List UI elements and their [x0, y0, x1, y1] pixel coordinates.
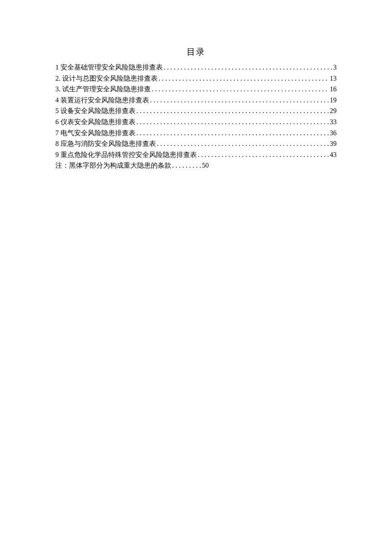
- toc-entry-page: 36: [330, 128, 337, 139]
- toc-entry: 3. 试生产管理安全风险隐患排查 16: [55, 84, 337, 95]
- toc-entry: 2. 设计与总图安全风险隐患排查表 13: [55, 73, 337, 84]
- document-page: 目录 1 安全基础管理安全风险隐患排查表 3 2. 设计与总图安全风险隐患排查表…: [0, 0, 392, 171]
- toc-entry: 1 安全基础管理安全风险隐患排查表 3: [55, 62, 337, 73]
- toc-entry-page: 39: [330, 138, 337, 149]
- toc-note-dots: . . . . . . . . .: [172, 160, 201, 171]
- toc-dots: [159, 73, 329, 84]
- toc-entry-page: 3: [333, 62, 337, 73]
- toc-dots: [136, 105, 329, 116]
- toc-dots: [164, 62, 332, 73]
- toc-entry-page: 19: [330, 95, 337, 106]
- toc-entry-page: 16: [330, 84, 337, 95]
- toc-note: 注：黑体字部分为构成重大隐患的条款 . . . . . . . . . 50: [55, 160, 337, 171]
- toc-entry-label: 5 设备安全风险隐患排查表: [55, 105, 135, 116]
- toc-dots: [198, 149, 329, 160]
- toc-entry-label: 1 安全基础管理安全风险隐患排查表: [55, 62, 163, 73]
- toc-entry: 8 应急与消防安全风险隐患排查表 39: [55, 138, 337, 149]
- toc-note-label: 注：黑体字部分为构成重大隐患的条款: [55, 160, 171, 171]
- toc-note-page: 50: [202, 160, 209, 171]
- toc-entry-label: 2. 设计与总图安全风险隐患排查表: [55, 73, 158, 84]
- toc-entry-page: 29: [330, 105, 337, 116]
- toc-entry-label: 9 重点危险化学品特殊管控安全风险隐患排查表: [55, 149, 197, 160]
- toc-entry: 5 设备安全风险隐患排查表 29: [55, 105, 337, 116]
- toc-entry: 7 电气安全风险隐患排查表 36: [55, 128, 337, 139]
- toc-entry: 4 装置运行安全风险隐患排查表 19: [55, 95, 337, 106]
- toc-entry-label: 6 仪表安全风险隐患排查表: [55, 116, 135, 128]
- toc-entry-page: 33: [330, 116, 337, 128]
- toc-title: 目录: [55, 46, 337, 58]
- toc-entry: 6 仪表安全风险隐患排查表 33: [55, 116, 337, 128]
- toc-dots: [152, 84, 329, 95]
- toc-dots: [136, 128, 329, 139]
- toc-entry-page: 13: [330, 73, 337, 84]
- toc-entry-label: 7 电气安全风险隐患排查表: [55, 128, 135, 139]
- toc-dots: [157, 138, 329, 149]
- toc-entry-label: 4 装置运行安全风险隐患排查表: [55, 95, 149, 106]
- toc-dots: [136, 116, 329, 128]
- toc-entry-label: 8 应急与消防安全风险隐患排查表: [55, 138, 156, 149]
- toc-dots: [150, 95, 329, 106]
- toc-entry-page: 43: [330, 149, 337, 160]
- toc-entry-label: 3. 试生产管理安全风险隐患排查: [55, 84, 151, 95]
- table-of-contents: 1 安全基础管理安全风险隐患排查表 3 2. 设计与总图安全风险隐患排查表 13…: [55, 62, 337, 171]
- toc-entry: 9 重点危险化学品特殊管控安全风险隐患排查表 43: [55, 149, 337, 160]
